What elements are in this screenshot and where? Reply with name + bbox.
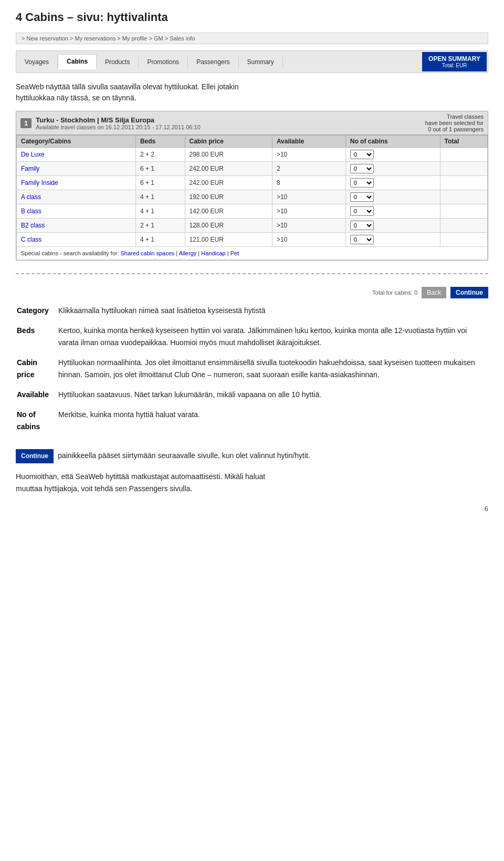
category-link[interactable]: Family <box>21 165 39 172</box>
special-cabins-row: Special cabins - search availability for… <box>16 247 488 260</box>
cell-beds: 4 + 1 <box>135 204 185 219</box>
cabin-count-select[interactable]: 0123456789 <box>350 206 374 216</box>
special-allergy-link[interactable]: Allergy <box>179 250 197 256</box>
table-row: A class4 + 1192.00 EUR>100123456789 <box>17 190 488 204</box>
total-bar: Total for cabins: 0 Back Continue <box>16 287 488 298</box>
tab-summary[interactable]: Summary <box>239 55 283 69</box>
tab-voyages[interactable]: Voyages <box>16 55 58 69</box>
cell-no-cabins: 0123456789 <box>345 204 440 219</box>
cell-category: Family Inside <box>17 176 136 190</box>
cell-available: >10 <box>272 233 345 247</box>
special-shared-link[interactable]: Shared cabin spaces <box>121 250 175 256</box>
tab-cabins[interactable]: Cabins <box>58 54 97 69</box>
cell-price: 128.00 EUR <box>185 219 272 233</box>
cell-category: B class <box>17 204 136 219</box>
category-link[interactable]: A class <box>21 193 41 201</box>
cell-available: >10 <box>272 148 345 162</box>
cell-available: 2 <box>272 162 345 176</box>
desc-label-beds: Beds <box>17 323 57 354</box>
desc-label-no-of-cabins: No ofcabins <box>17 407 57 438</box>
col-header-no-cabins: No of cabins <box>345 136 440 148</box>
cabin-count-select[interactable]: 0123456789 <box>350 164 374 173</box>
table-row: B class4 + 1142.00 EUR>100123456789 <box>17 204 488 219</box>
booking-subtitle: Available travel classes on 16.12.2011 2… <box>36 124 201 130</box>
section-divider <box>16 273 488 274</box>
category-link[interactable]: B class <box>21 208 41 215</box>
desc-text-category: Klikkaamalla hyttiluokan nimeä saat lisä… <box>58 303 487 321</box>
cell-price: 242.00 EUR <box>185 176 272 190</box>
cell-beds: 4 + 1 <box>135 190 185 204</box>
cell-total <box>440 233 487 247</box>
category-link[interactable]: B2 class <box>21 222 45 229</box>
cell-available: >10 <box>272 219 345 233</box>
cabin-count-select[interactable]: 0123456789 <box>350 235 374 244</box>
cell-category: C class <box>17 233 136 247</box>
cell-available: >10 <box>272 204 345 219</box>
page-number: 6 <box>16 505 488 513</box>
cell-price: 298.00 EUR <box>185 148 272 162</box>
cell-no-cabins: 0123456789 <box>345 233 440 247</box>
cabin-table: Category/Cabins Beds Cabin price Availab… <box>16 135 488 247</box>
col-header-beds: Beds <box>135 136 185 148</box>
cell-price: 242.00 EUR <box>185 162 272 176</box>
cell-price: 142.00 EUR <box>185 204 272 219</box>
breadcrumb: > New reservation > My reservations > My… <box>16 33 488 44</box>
desc-row-beds: Beds Kertoo, kuinka monta henkeä kyseise… <box>17 323 487 354</box>
open-summary-button[interactable]: OPEN SUMMARY Total: EUR <box>422 52 487 71</box>
cell-beds: 2 + 2 <box>135 148 185 162</box>
cell-category: Family <box>17 162 136 176</box>
cabin-count-select[interactable]: 0123456789 <box>350 178 374 188</box>
continue-button-top[interactable]: Continue <box>450 287 488 298</box>
special-handicap-link[interactable]: Handicap <box>201 250 225 256</box>
cell-category: A class <box>17 190 136 204</box>
cell-no-cabins: 0123456789 <box>345 219 440 233</box>
tab-promotions[interactable]: Promotions <box>139 55 188 69</box>
desc-table: Category Klikkaamalla hyttiluokan nimeä … <box>16 302 488 439</box>
cabin-count-select[interactable]: 0123456789 <box>350 150 374 159</box>
booking-number: 1 <box>20 118 32 128</box>
col-header-price: Cabin price <box>185 136 272 148</box>
category-link[interactable]: Family Inside <box>21 179 58 186</box>
desc-label-available: Available <box>17 387 57 406</box>
cabin-count-select[interactable]: 0123456789 <box>350 192 374 202</box>
cell-no-cabins: 0123456789 <box>345 162 440 176</box>
continue-inline-text: painikkeella pääset siirtymään seuraaval… <box>58 451 310 460</box>
cell-available: 8 <box>272 176 345 190</box>
desc-text-no-of-cabins: Merkitse, kuinka monta hyttiä haluat var… <box>58 407 487 438</box>
cell-no-cabins: 0123456789 <box>345 148 440 162</box>
booking-header: 1 Turku - Stockholm | M/S Silja Europa A… <box>16 111 488 135</box>
col-header-category: Category/Cabins <box>17 136 136 148</box>
cell-price: 121.00 EUR <box>185 233 272 247</box>
cell-beds: 6 + 1 <box>135 162 185 176</box>
table-row: De Luxe2 + 2298.00 EUR>100123456789 <box>17 148 488 162</box>
cell-no-cabins: 0123456789 <box>345 190 440 204</box>
tab-passengers[interactable]: Passengers <box>188 55 238 69</box>
cell-available: >10 <box>272 190 345 204</box>
cell-price: 192.00 EUR <box>185 190 272 204</box>
category-link[interactable]: C class <box>21 236 41 243</box>
cell-category: De Luxe <box>17 148 136 162</box>
cell-beds: 6 + 1 <box>135 176 185 190</box>
table-row: C class4 + 1121.00 EUR>100123456789 <box>17 233 488 247</box>
category-link[interactable]: De Luxe <box>21 151 45 158</box>
continue-inline-section: Continue painikkeella pääset siirtymään … <box>16 449 488 463</box>
table-row: Family Inside6 + 1242.00 EUR80123456789 <box>17 176 488 190</box>
cell-total <box>440 148 487 162</box>
table-row: B2 class2 + 1128.00 EUR>100123456789 <box>17 219 488 233</box>
cell-total <box>440 176 487 190</box>
desc-label-category: Category <box>17 303 57 321</box>
tab-products[interactable]: Products <box>97 55 139 69</box>
special-pet-link[interactable]: Pet <box>230 250 239 256</box>
nav-tabs: Voyages Cabins Products Promotions Passe… <box>16 50 488 73</box>
booking-status: Travel classes have been selected for 0 … <box>425 113 484 132</box>
cabin-count-select[interactable]: 0123456789 <box>350 221 374 230</box>
cell-beds: 4 + 1 <box>135 233 185 247</box>
intro-text: SeaWeb näyttää tällä sivulla saatavilla … <box>16 81 488 103</box>
col-header-available: Available <box>272 136 345 148</box>
booking-title: Turku - Stockholm | M/S Silja Europa <box>36 116 201 124</box>
desc-row-available: Available Hyttiluokan saatavuus. Näet ta… <box>17 387 487 406</box>
continue-inline-button[interactable]: Continue <box>16 449 54 463</box>
cell-beds: 2 + 1 <box>135 219 185 233</box>
back-button[interactable]: Back <box>422 287 446 298</box>
desc-text-cabin-price: Hyttiluokan normaalihinta. Jos olet ilmo… <box>58 355 487 386</box>
